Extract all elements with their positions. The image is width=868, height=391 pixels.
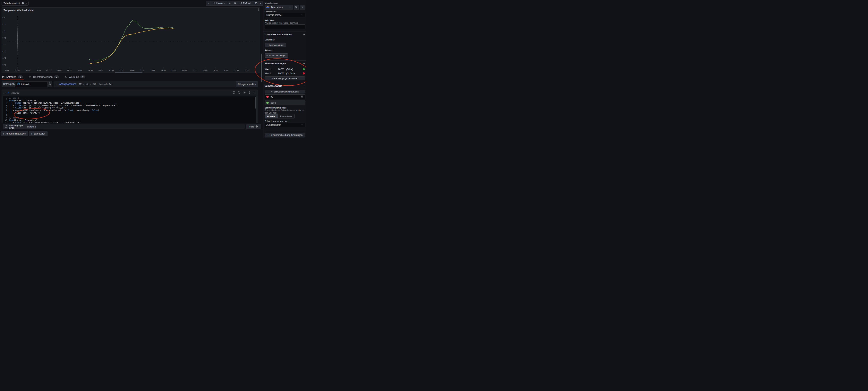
datasource-picker[interactable]: influxdb	[15, 81, 50, 87]
toggle-visibility-icon[interactable]	[243, 91, 246, 95]
edit-mappings-button[interactable]: Werte-Mappings bearbeiten	[265, 77, 305, 80]
time-range-label: Heute	[216, 2, 223, 5]
zoom-out-button[interactable]	[232, 1, 238, 5]
refresh-icon	[239, 2, 242, 5]
chevron-down-icon[interactable]	[4, 91, 6, 95]
filter-options-button[interactable]	[300, 5, 305, 10]
tab-label: Transformationen	[33, 76, 53, 79]
viz-picker[interactable]: Time series	[265, 5, 292, 10]
timeseries-panel[interactable]: Temperatur Wechselrichter 6 °C4 °C2 °C0 …	[2, 7, 260, 73]
line-number: 5	[3, 107, 7, 109]
no-value-value: -	[266, 25, 267, 28]
add-field-override-button[interactable]: + Feldüberschreibung hinzufügen	[265, 133, 305, 138]
help-button[interactable]: Help	[246, 124, 261, 129]
mapping-color-dot[interactable]	[303, 68, 305, 70]
refresh-group: Refresh 30s	[238, 1, 263, 6]
drag-handle-icon[interactable]	[253, 91, 256, 95]
vertical-scrollbar[interactable]	[261, 54, 262, 82]
line-number: 9	[3, 117, 7, 119]
show-thresholds-select[interactable]: Ausgeschaltet	[265, 123, 305, 127]
query-options-bar[interactable]: › Abfrageoptionen MD = auto = 1878 Inter…	[54, 81, 239, 87]
timeseries-chart[interactable]	[2, 8, 260, 73]
arrow-right-icon: →	[274, 68, 278, 71]
add-threshold-label: Schwellenwert hinzufügen	[274, 91, 299, 93]
section-mappings-header[interactable]: Wertezuordnungen	[265, 62, 305, 65]
table-view-toggle[interactable]: Tabellenansicht	[2, 1, 29, 6]
chevrons-right-icon: »	[229, 2, 230, 5]
line-number: 7	[3, 112, 7, 114]
delete-query-icon[interactable]	[248, 91, 251, 95]
line-numbers: 1234567891011	[3, 97, 7, 123]
expression-label: Expression	[34, 132, 45, 135]
query-help-icon[interactable]: ?	[232, 91, 235, 95]
color-scheme-select[interactable]: Classic palette	[265, 13, 305, 18]
editor-tabs: Abfragen1Transformationen0Warnung0	[2, 75, 86, 80]
search-icon	[295, 5, 298, 9]
search-options-button[interactable]	[294, 5, 299, 10]
line-number: 4	[3, 104, 7, 107]
section-links-header[interactable]: Datenlinks und Aktionen	[265, 33, 305, 36]
query-options-link[interactable]: Abfrageoptionen	[59, 83, 76, 85]
time-forward-button[interactable]: »	[227, 1, 232, 5]
flux-code-editor[interactable]: 1234567891011 // Wert1from(bucket: "iobr…	[3, 96, 256, 123]
tab-abfragen[interactable]: Abfragen1	[2, 75, 24, 80]
color-scheme-label: Farbschema	[265, 10, 306, 12]
external-link-icon	[5, 125, 7, 128]
add-link-button[interactable]: + Link hinzufügen	[265, 43, 286, 47]
help-label: Help	[249, 125, 254, 128]
add-expression-button[interactable]: + Expression	[29, 131, 48, 136]
tab-label: Warnung	[69, 76, 79, 79]
no-value-input[interactable]: -	[265, 24, 305, 29]
line-number: 2	[3, 99, 7, 102]
add-action-button[interactable]: + Aktion hinzufügen	[265, 53, 288, 58]
plus-icon: +	[271, 90, 273, 93]
threshold-color-dot[interactable]	[266, 102, 269, 104]
time-back-button[interactable]: «	[206, 1, 211, 5]
time-range-picker[interactable]: Heute	[211, 1, 227, 5]
threshold-mode-radio: Absolut Prozentsatz	[265, 114, 295, 118]
plus-icon: +	[267, 134, 269, 137]
add-query-button[interactable]: + Abfrage hinzufügen	[1, 131, 28, 136]
flux-syntax-button[interactable]: Flux language syntax	[3, 124, 28, 129]
chevrons-left-icon: «	[208, 2, 209, 5]
max-datapoints-stat: MD = auto = 1878	[79, 83, 96, 85]
influxdb-logo-icon	[17, 83, 20, 86]
code-line: |> yield(name: "Wert1")	[9, 112, 255, 114]
query-preview-bar	[36, 124, 245, 129]
threshold-color-dot[interactable]	[266, 96, 269, 98]
refresh-interval-picker[interactable]: 30s	[253, 1, 263, 5]
add-threshold-button[interactable]: + Schwellenwert hinzufügen	[265, 90, 305, 93]
horizontal-scrollbar[interactable]	[115, 72, 143, 73]
chevron-down-icon	[301, 124, 303, 126]
tab-badge: 0	[54, 76, 59, 79]
query-header[interactable]: A (influxdb) ?	[2, 90, 257, 96]
threshold-mode-desc: Prozent bedeutet Schwellenwerte relativ …	[265, 109, 305, 114]
mode-absolute-option[interactable]: Absolut	[265, 114, 278, 118]
plus-icon: +	[266, 54, 268, 57]
tab-warnung[interactable]: Warnung0	[64, 75, 86, 80]
table-view-switch[interactable]	[21, 2, 27, 5]
value-mapping-row: Wert2→BKW 2 (Ja Solar)	[265, 71, 305, 76]
code-line: from(bucket: "iobroker")	[9, 119, 255, 121]
flux-syntax-label: Flux language syntax	[9, 124, 26, 129]
mode-percent-option[interactable]: Prozentsatz	[278, 114, 294, 118]
mapping-to: BKW 1 (Trina)	[278, 68, 303, 71]
db-icon	[2, 76, 5, 78]
mapping-color-dot[interactable]	[303, 72, 305, 74]
threshold-input[interactable]: 80	[265, 94, 305, 99]
section-thresholds-header[interactable]: Schwellenwerte	[265, 85, 305, 87]
delete-threshold-icon[interactable]	[301, 95, 303, 98]
duplicate-query-icon[interactable]	[238, 91, 240, 95]
show-thresholds-label: Schwellenwerte anzeigen	[265, 120, 305, 122]
datasource-help-button[interactable]: ?	[47, 81, 52, 87]
code-line: |> aggregateWindow(every: v.windowPeriod…	[9, 109, 255, 112]
chevron-down-icon	[224, 2, 226, 5]
editor-scrollbar[interactable]	[255, 97, 256, 109]
refresh-button[interactable]: Refresh	[238, 1, 253, 5]
chevron-down-icon	[259, 2, 261, 5]
query-inspector-button[interactable]: Abfrage-Inspektor	[236, 81, 258, 87]
actions-label: Aktionen	[265, 49, 305, 52]
plus-icon: +	[266, 43, 268, 47]
edit-mappings-label: Werte-Mappings bearbeiten	[272, 77, 298, 80]
tab-transformationen[interactable]: Transformationen0	[28, 75, 60, 80]
